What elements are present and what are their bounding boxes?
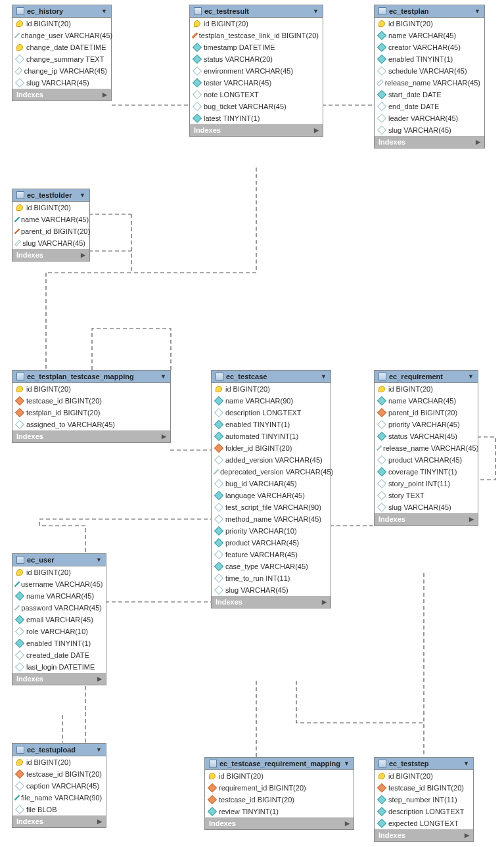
column-row[interactable]: parent_id BIGINT(20) [12,225,89,237]
column-row[interactable]: password VARCHAR(45) [12,602,106,614]
column-row[interactable]: schedule VARCHAR(45) [375,65,484,77]
column-row[interactable]: requirement_id BIGINT(20) [205,782,354,794]
column-row[interactable]: language VARCHAR(45) [212,490,331,501]
column-row[interactable]: time_to_run INT(11) [212,572,331,584]
column-row[interactable]: start_date DATE [375,89,484,101]
column-row[interactable]: automated TINYINT(1) [212,430,331,442]
collapse-icon[interactable]: ▼ [344,760,350,767]
column-row[interactable]: id BIGINT(20) [12,383,170,395]
column-row[interactable]: file_name VARCHAR(90) [12,792,106,804]
column-row[interactable]: story_point INT(11) [375,478,478,490]
column-row[interactable]: review TINYINT(1) [205,806,354,817]
column-row[interactable]: id BIGINT(20) [375,18,484,30]
column-row[interactable]: slug VARCHAR(45) [375,501,478,513]
table-header[interactable]: ec_testcase ▼ [212,371,331,383]
column-row[interactable]: release_name VARCHAR(45) [375,77,484,89]
table-ec-requirement[interactable]: ec_requirement ▼ id BIGINT(20)name VARCH… [374,370,478,526]
column-row[interactable]: slug VARCHAR(45) [212,584,331,596]
column-row[interactable]: coverage TINYINT(1) [375,466,478,478]
column-row[interactable]: id BIGINT(20) [12,202,89,214]
column-row[interactable]: name VARCHAR(45) [12,214,89,225]
column-row[interactable]: bug_id VARCHAR(45) [212,478,331,490]
table-header[interactable]: ec_testplan ▼ [375,5,484,18]
collapse-icon[interactable]: ▼ [96,746,102,753]
column-row[interactable]: name VARCHAR(45) [12,590,106,602]
column-row[interactable]: change_user VARCHAR(45) [12,30,111,41]
table-ec-testplan[interactable]: ec_testplan ▼ id BIGINT(20)name VARCHAR(… [374,5,485,149]
column-row[interactable]: role VARCHAR(10) [12,626,106,637]
column-row[interactable]: bug_ticket VARCHAR(45) [190,101,323,112]
column-row[interactable]: testcase_id BIGINT(20) [205,794,354,806]
column-row[interactable]: test_script_file VARCHAR(90) [212,501,331,513]
table-header[interactable]: ec_teststep ▼ [375,758,473,770]
column-row[interactable]: testcase_id BIGINT(20) [375,782,473,794]
column-row[interactable]: parent_id BIGINT(20) [375,407,478,419]
table-header[interactable]: ec_testfolder ▼ [12,189,89,202]
collapse-icon[interactable]: ▼ [160,373,166,380]
table-ec-user[interactable]: ec_user ▼ id BIGINT(20)username VARCHAR(… [12,553,106,685]
table-ec-testcase[interactable]: ec_testcase ▼ id BIGINT(20)name VARCHAR(… [211,370,331,608]
column-row[interactable]: creator VARCHAR(45) [375,41,484,53]
column-row[interactable]: testcase_id BIGINT(20) [12,395,170,407]
column-row[interactable]: environment VARCHAR(45) [190,65,323,77]
column-row[interactable]: id BIGINT(20) [12,18,111,30]
column-row[interactable]: release_name VARCHAR(45) [375,442,478,454]
column-row[interactable]: enabled TINYINT(1) [12,637,106,649]
column-row[interactable]: file BLOB [12,804,106,815]
column-row[interactable]: description LONGTEXT [375,806,473,817]
column-row[interactable]: id BIGINT(20) [205,770,354,782]
column-row[interactable]: created_date DATE [12,649,106,661]
column-row[interactable]: id BIGINT(20) [375,383,478,395]
indexes-row[interactable]: Indexes▶ [375,136,484,148]
column-row[interactable]: folder_id BIGINT(20) [212,442,331,454]
collapse-icon[interactable]: ▼ [474,8,480,14]
indexes-row[interactable]: Indexes▶ [12,249,89,261]
column-row[interactable]: last_login DATETIME [12,661,106,673]
column-row[interactable]: product VARCHAR(45) [212,537,331,549]
column-row[interactable]: description LONGTEXT [212,407,331,419]
column-row[interactable]: id BIGINT(20) [212,383,331,395]
column-row[interactable]: product VARCHAR(45) [375,454,478,466]
column-row[interactable]: id BIGINT(20) [12,756,106,768]
indexes-row[interactable]: Indexes▶ [212,596,331,608]
column-row[interactable]: priority VARCHAR(10) [212,525,331,537]
column-row[interactable]: latest TINYINT(1) [190,112,323,124]
column-row[interactable]: timestamp DATETIME [190,41,323,53]
column-row[interactable]: slug VARCHAR(45) [375,124,484,136]
column-row[interactable]: name VARCHAR(45) [375,395,478,407]
column-row[interactable]: feature VARCHAR(45) [212,549,331,561]
column-row[interactable]: added_version VARCHAR(45) [212,454,331,466]
column-row[interactable]: name VARCHAR(45) [375,30,484,41]
column-row[interactable]: change_ip VARCHAR(45) [12,65,111,77]
table-header[interactable]: ec_testresult ▼ [190,5,323,18]
table-ec-testfolder[interactable]: ec_testfolder ▼ id BIGINT(20)name VARCHA… [12,189,90,262]
indexes-row[interactable]: Indexes▶ [205,817,354,829]
table-ec-testupload[interactable]: ec_testupload ▼ id BIGINT(20)testcase_id… [12,743,106,828]
collapse-icon[interactable]: ▼ [80,192,85,198]
table-header[interactable]: ec_history ▼ [12,5,111,18]
column-row[interactable]: slug VARCHAR(45) [12,77,111,89]
table-ec-history[interactable]: ec_history ▼ id BIGINT(20)change_user VA… [12,5,112,101]
collapse-icon[interactable]: ▼ [321,373,327,380]
table-ec-teststep[interactable]: ec_teststep ▼ id BIGINT(20)testcase_id B… [374,757,474,842]
collapse-icon[interactable]: ▼ [468,373,474,380]
column-row[interactable]: status VARCHAR(20) [190,53,323,65]
table-ec-testplan-testcase-mapping[interactable]: ec_testplan_testcase_mapping ▼ id BIGINT… [12,370,171,443]
column-row[interactable]: username VARCHAR(45) [12,578,106,590]
table-header[interactable]: ec_testplan_testcase_mapping ▼ [12,371,170,383]
table-header[interactable]: ec_testupload ▼ [12,744,106,756]
indexes-row[interactable]: Indexes▶ [12,89,111,101]
column-row[interactable]: leader VARCHAR(45) [375,112,484,124]
column-row[interactable]: enabled TINYINT(1) [375,53,484,65]
column-row[interactable]: story TEXT [375,490,478,501]
table-header[interactable]: ec_user ▼ [12,554,106,566]
indexes-row[interactable]: Indexes▶ [375,513,478,525]
collapse-icon[interactable]: ▼ [463,760,469,767]
indexes-row[interactable]: Indexes▶ [12,673,106,685]
column-row[interactable]: deprecated_version VARCHAR(45) [212,466,331,478]
column-row[interactable]: change_summary TEXT [12,53,111,65]
column-row[interactable]: id BIGINT(20) [12,566,106,578]
column-row[interactable]: priority VARCHAR(45) [375,419,478,430]
column-row[interactable]: slug VARCHAR(45) [12,237,89,249]
indexes-row[interactable]: Indexes▶ [190,124,323,136]
